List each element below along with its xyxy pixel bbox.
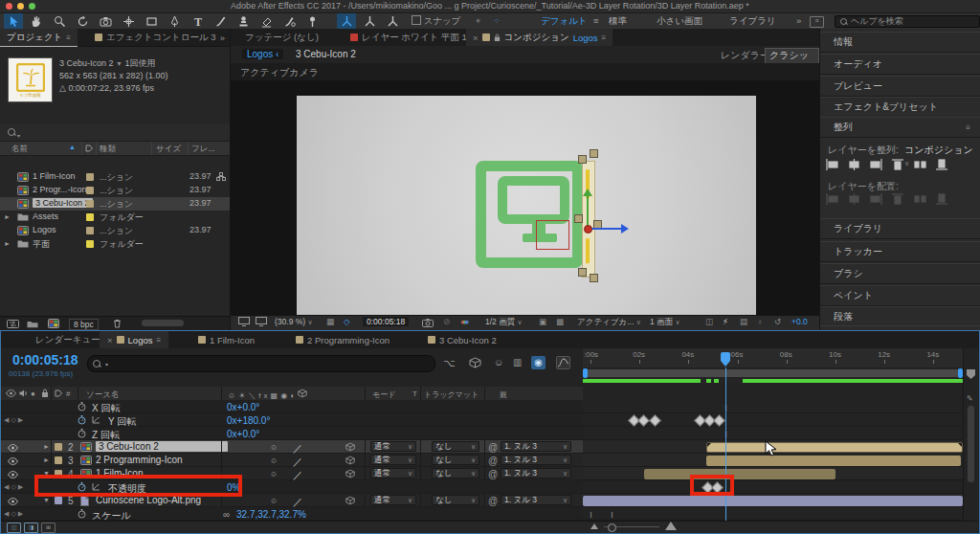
expand-triangle-icon[interactable]: ► (4, 213, 11, 220)
track-matte-column[interactable]: トラックマット (424, 389, 479, 400)
3d-layer-switch[interactable] (345, 496, 355, 507)
parent-pickwhip-icon[interactable]: @ (488, 469, 498, 479)
puppet-pin-tool[interactable] (302, 13, 322, 29)
property-value[interactable]: 0x+0.0° (227, 429, 259, 439)
pan-behind-tool[interactable] (119, 13, 138, 29)
clone-stamp-tool[interactable] (234, 13, 253, 29)
composition-canvas[interactable] (231, 80, 819, 316)
layer-duration-bar[interactable] (706, 456, 961, 466)
exposure-value[interactable]: +0.0 (791, 317, 808, 326)
align-right-button[interactable] (870, 159, 882, 172)
pixel-aspect-icon[interactable]: ◫ (705, 317, 713, 326)
x-axis-arrow[interactable] (590, 228, 621, 230)
parent-dropdown[interactable]: 1. ヌル 3∨ (501, 441, 571, 452)
close-tab-icon[interactable]: × (473, 33, 479, 43)
scrollbar-thumb[interactable] (142, 320, 184, 326)
frame-blending-icon[interactable]: ▥ (513, 357, 522, 367)
parent-dropdown[interactable]: 1. ヌル 3∨ (501, 455, 571, 465)
track-matte-dropdown[interactable]: なし∨ (432, 441, 479, 452)
selection-handle[interactable] (574, 214, 583, 223)
shy-header-icon[interactable]: ☺ (228, 391, 238, 400)
align-bottom-button[interactable] (936, 159, 948, 172)
label-color-swatch[interactable] (86, 227, 94, 234)
column-size[interactable]: サイズ (156, 144, 181, 155)
property-value[interactable]: 0x+180.0° (227, 415, 270, 426)
panel-menu-icon[interactable]: ≡ (156, 336, 161, 345)
3d-layer-icon[interactable] (345, 469, 355, 478)
viewer-timecode[interactable]: 0:00:05:18 (363, 317, 409, 326)
stopwatch-icon[interactable] (78, 509, 86, 521)
3d-layer-switch[interactable] (345, 456, 355, 467)
eye-icon[interactable] (8, 444, 18, 452)
3d-header-icon[interactable] (298, 391, 307, 400)
project-item-row[interactable]: ►Assetsフォルダー (0, 211, 230, 224)
panel-header-bottom-1[interactable]: ライブラリ (820, 218, 980, 239)
eye-icon[interactable] (8, 470, 18, 480)
rotated-3d-layer[interactable] (582, 161, 595, 278)
panel-align-header[interactable]: 整列 ≡ (820, 117, 980, 138)
label-color-swatch[interactable] (86, 200, 94, 208)
view-menu-dropdown[interactable]: アクティブカ... ∨ (577, 317, 641, 328)
column-frame[interactable]: フレ... (191, 144, 214, 155)
label-color-swatch[interactable] (55, 456, 62, 464)
snap-option-icon[interactable]: ⌖ (476, 15, 480, 27)
timeline-button-icon[interactable]: ▤ (740, 317, 747, 326)
zoom-tool[interactable] (50, 13, 69, 29)
layer-duration-bar[interactable] (644, 469, 835, 479)
3d-layer-icon[interactable] (345, 442, 355, 452)
time-ruler[interactable]: :00s02s04s06s08s10s12s14s (583, 348, 963, 368)
item-name[interactable]: 3 Cebu-Icon 2 (33, 198, 93, 208)
keyframe-navigator[interactable]: ◀◇▶ (4, 416, 25, 424)
resolution-dropdown[interactable]: 1/2 画質 ∨ (485, 317, 523, 328)
work-area-start-handle[interactable] (583, 368, 588, 378)
bit-depth-button[interactable]: 8 bpc (69, 319, 99, 330)
comp-marker-bin-icon[interactable] (967, 369, 975, 379)
panel-header-4[interactable]: エフェクト&プリセット (820, 97, 980, 118)
tab-project[interactable]: プロジェクト ≡ (0, 29, 78, 47)
velocity-graph-icon[interactable] (92, 415, 100, 424)
label-color-swatch[interactable] (86, 240, 94, 248)
help-search-input[interactable]: ヘルプを検索 (835, 15, 980, 28)
column-name[interactable]: 名前 (11, 144, 28, 155)
layer-graph-row[interactable] (583, 494, 963, 507)
brush-tool[interactable] (211, 13, 230, 29)
zoom-out-mountain-icon[interactable] (590, 523, 598, 529)
snap-option2-icon[interactable]: ⁘ (493, 15, 501, 26)
expand-layer-switches-toggle[interactable]: ◫ (7, 523, 21, 533)
panel-header-1[interactable]: 情報 (820, 32, 980, 53)
stopwatch-icon[interactable] (78, 509, 86, 519)
timeline-tab-1[interactable]: レンダーキュー (28, 331, 108, 348)
blend-mode-dropdown[interactable]: 通常∨ (370, 441, 416, 452)
playhead-handle[interactable] (721, 352, 730, 361)
project-search-input[interactable]: ▾ (0, 124, 230, 142)
y-axis-arrow[interactable] (587, 195, 589, 227)
blend-mode-dropdown[interactable]: 通常∨ (370, 455, 416, 465)
parent-pickwhip-icon[interactable]: @ (488, 456, 498, 466)
camera-tool[interactable] (96, 13, 115, 29)
zoom-in-mountain-icon[interactable] (665, 522, 677, 530)
project-item-row[interactable]: 3 Cebu-Icon 2...ション23.97 (0, 197, 230, 211)
property-row-Z 回転[interactable]: Z 回転0x+0.0° (1, 427, 583, 440)
mask-visibility-icon[interactable]: ◇ (344, 317, 350, 326)
panel-header-3[interactable]: プレビュー (820, 76, 980, 97)
stopwatch-icon[interactable] (78, 429, 86, 438)
panel-header-bottom-4[interactable]: ペイント (820, 285, 980, 306)
anchor-point-dot[interactable] (584, 225, 592, 234)
hand-tool[interactable] (27, 13, 46, 29)
item-name[interactable]: 1 Film-Icon (33, 171, 76, 181)
viewer-tab-1[interactable]: フッテージ (なし) (238, 29, 325, 46)
rectangle-tool[interactable] (142, 13, 161, 29)
label-column-icon[interactable] (55, 389, 62, 397)
column-type[interactable]: 種類 (100, 144, 116, 155)
viewer-tab-2[interactable]: レイヤー ホワイト 平面 1 (344, 29, 474, 46)
lock-icon[interactable] (494, 33, 501, 42)
project-item-row[interactable]: 2 Progr...-Icon...ション23.97 (0, 184, 230, 197)
eye-icon[interactable] (8, 456, 18, 467)
layer-row-2[interactable]: ►23 Cebu-Icon 2☺／通常∨なし∨@1. ヌル 3∨ (1, 440, 583, 454)
panel-header-bottom-3[interactable]: ブラシ (820, 263, 980, 284)
project-item-row[interactable]: ►平面フォルダー (0, 237, 230, 251)
selection-handle[interactable] (578, 155, 587, 164)
property-row-X 回転[interactable]: X 回転0x+0.0° (1, 400, 583, 413)
workspace-overflow-chevron[interactable]: » (796, 15, 801, 26)
quality-header-icon[interactable]: ＼ (248, 391, 258, 400)
